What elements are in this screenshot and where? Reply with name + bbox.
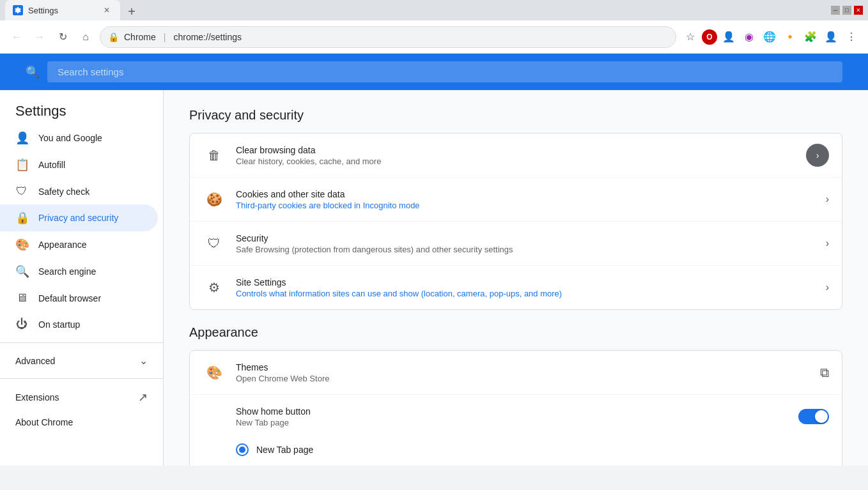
appearance-section-title: Appearance: [189, 325, 842, 340]
person-icon: 👤: [15, 131, 28, 145]
site-settings-subtitle: Controls what information sites can use …: [236, 289, 816, 298]
themes-icon: 🎨: [203, 361, 226, 384]
window-controls: ─ □ ✕: [831, 6, 863, 15]
clear-browsing-data-row[interactable]: 🗑 Clear browsing data Clear history, coo…: [190, 134, 842, 178]
default-browser-icon: 🖥: [15, 291, 28, 305]
content-area: Privacy and security 🗑 Clear browsing da…: [164, 90, 868, 466]
security-subtitle: Safe Browsing (protection from dangerous…: [236, 245, 816, 254]
url-path: chrome://settings: [173, 32, 242, 42]
search-engine-icon: 🔍: [15, 264, 28, 279]
sidebar-label-search-engine: Search engine: [38, 266, 96, 277]
home-button[interactable]: ⌂: [77, 28, 95, 46]
show-home-button-title: Show home button: [236, 406, 788, 417]
bookmark-icon[interactable]: ☆: [681, 28, 699, 46]
lock-icon: 🔒: [108, 32, 119, 42]
profile-button[interactable]: 👤: [822, 28, 840, 46]
themes-row[interactable]: 🎨 Themes Open Chrome Web Store ⧉: [190, 351, 842, 395]
privacy-section-title: Privacy and security: [189, 108, 842, 123]
sidebar-item-safety-check[interactable]: 🛡 Safety check: [0, 178, 158, 204]
extension-icon-5[interactable]: 🔸: [781, 28, 799, 46]
sidebar-item-about-chrome[interactable]: About Chrome: [0, 411, 163, 434]
extension-icon-3[interactable]: ◉: [740, 28, 758, 46]
maximize-button[interactable]: □: [842, 6, 851, 15]
sidebar-item-autofill[interactable]: 📋 Autofill: [0, 151, 158, 178]
sidebar-item-extensions[interactable]: Extensions ↗: [0, 384, 163, 411]
sidebar-label-appearance: Appearance: [38, 240, 87, 250]
cookie-icon: 🍪: [203, 188, 226, 211]
sidebar-label-on-startup: On startup: [38, 319, 80, 330]
back-button[interactable]: ←: [8, 28, 26, 46]
search-icon: 🔍: [26, 65, 40, 79]
tab-favicon: [13, 5, 23, 15]
sidebar-item-search-engine[interactable]: 🔍 Search engine: [0, 258, 158, 285]
sidebar-divider-1: [0, 342, 163, 343]
themes-text: Themes Open Chrome Web Store: [236, 362, 810, 383]
minimize-button[interactable]: ─: [831, 6, 840, 15]
new-tab-radio-label: New Tab page: [256, 445, 313, 455]
security-title: Security: [236, 233, 816, 243]
tab-close-button[interactable]: ✕: [101, 4, 112, 16]
sidebar-item-advanced[interactable]: Advanced ⌄: [0, 348, 163, 373]
site-settings-text: Site Settings Controls what information …: [236, 277, 816, 298]
new-tab-button[interactable]: +: [123, 3, 141, 20]
themes-title: Themes: [236, 362, 810, 372]
site-settings-row[interactable]: ⚙ Site Settings Controls what informatio…: [190, 266, 842, 309]
close-button[interactable]: ✕: [854, 6, 863, 15]
home-button-radio-group: New Tab page http://homepage.donyayenarm…: [190, 438, 842, 466]
autofill-icon: 📋: [15, 158, 28, 172]
sidebar-label-you-google: You and Google: [38, 133, 102, 143]
custom-url-radio-item[interactable]: http://homepage.donyayenarmafzar.ir/: [236, 461, 829, 466]
extension-icon-2[interactable]: 👤: [720, 28, 738, 46]
security-shield-icon: 🛡: [203, 232, 226, 255]
sidebar-label-advanced: Advanced: [15, 356, 55, 366]
trash-icon: 🗑: [203, 144, 226, 167]
sidebar-header: Settings: [0, 90, 163, 125]
sidebar-item-appearance[interactable]: 🎨 Appearance: [0, 231, 158, 258]
sidebar-item-default-browser[interactable]: 🖥 Default browser: [0, 285, 158, 311]
toolbar-icons: ☆ O 👤 ◉ 🌐 🔸 🧩 👤 ⋮: [681, 28, 860, 46]
sidebar-label-about-chrome: About Chrome: [15, 417, 73, 427]
title-bar: Settings ✕ + ─ □ ✕: [0, 0, 868, 20]
sidebar-item-you-and-google[interactable]: 👤 You and Google: [0, 125, 158, 151]
privacy-icon: 🔒: [15, 211, 28, 225]
sidebar-label-autofill: Autofill: [38, 160, 65, 170]
settings-search-bar: 🔍: [0, 54, 868, 90]
privacy-settings-card: 🗑 Clear browsing data Clear history, coo…: [189, 133, 842, 310]
new-tab-radio-circle[interactable]: [236, 443, 249, 456]
extensions-external-icon: ↗: [138, 390, 148, 404]
new-tab-radio-item[interactable]: New Tab page: [236, 438, 829, 461]
clear-browsing-data-arrow-button[interactable]: ›: [806, 144, 829, 167]
extensions-button[interactable]: 🧩: [802, 28, 819, 46]
site-settings-title: Site Settings: [236, 277, 816, 287]
clear-browsing-data-title: Clear browsing data: [236, 145, 796, 155]
url-chrome-host: Chrome: [124, 32, 156, 42]
sidebar-item-on-startup[interactable]: ⏻ On startup: [0, 311, 158, 337]
extension-icon-1[interactable]: O: [702, 29, 717, 45]
home-button-spacer: [203, 405, 226, 428]
cookies-row[interactable]: 🍪 Cookies and other site data Third-part…: [190, 178, 842, 222]
sidebar-label-safety-check: Safety check: [38, 187, 89, 197]
show-home-button-row[interactable]: Show home button New Tab page: [190, 395, 842, 438]
security-row[interactable]: 🛡 Security Safe Browsing (protection fro…: [190, 222, 842, 266]
site-settings-icon: ⚙: [203, 276, 226, 299]
cookies-text: Cookies and other site data Third-party …: [236, 189, 816, 210]
menu-button[interactable]: ⋮: [842, 28, 860, 46]
settings-tab[interactable]: Settings ✕: [5, 0, 120, 20]
url-bar[interactable]: 🔒 Chrome | chrome://settings: [100, 26, 676, 48]
forward-button[interactable]: →: [31, 28, 49, 46]
settings-search-input[interactable]: [47, 61, 842, 82]
security-chevron: ›: [826, 238, 829, 249]
cookies-chevron: ›: [826, 194, 829, 205]
sidebar-item-privacy-security[interactable]: 🔒 Privacy and security: [0, 204, 158, 231]
reload-button[interactable]: ↻: [54, 28, 72, 46]
show-home-button-toggle[interactable]: [798, 409, 829, 424]
show-home-button-text: Show home button New Tab page: [236, 406, 788, 427]
sidebar: Settings 👤 You and Google 📋 Autofill 🛡 S…: [0, 90, 164, 466]
startup-icon: ⏻: [15, 318, 28, 331]
cookies-subtitle: Third-party cookies are blocked in Incog…: [236, 201, 816, 210]
appearance-settings-card: 🎨 Themes Open Chrome Web Store ⧉ Show ho…: [189, 350, 842, 466]
tab-title: Settings: [28, 6, 58, 15]
extension-icon-4[interactable]: 🌐: [761, 28, 779, 46]
show-home-button-subtitle: New Tab page: [236, 418, 788, 427]
appearance-icon: 🎨: [15, 238, 28, 252]
